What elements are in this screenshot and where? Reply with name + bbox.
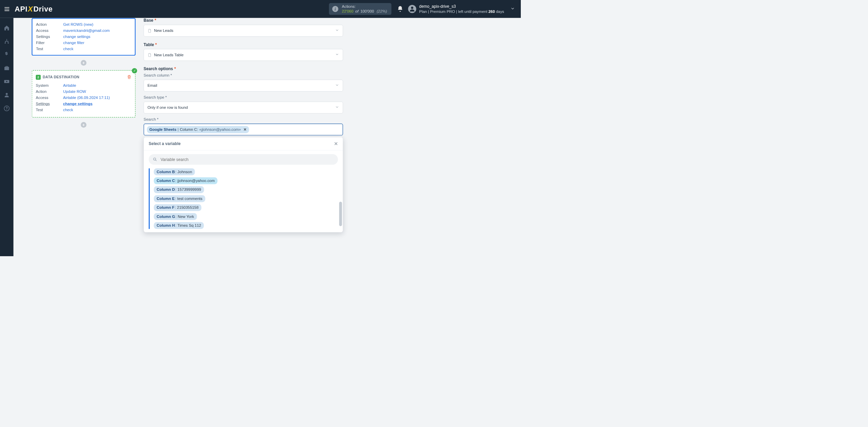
chevron-down-icon xyxy=(335,105,339,110)
source-card: ActionGet ROWS (new) Accessmaverickandri… xyxy=(32,18,136,55)
src-action-k: Action xyxy=(36,22,58,27)
variable-chip[interactable]: Column H: Times Sq 112 xyxy=(154,222,204,229)
search-input[interactable]: Google Sheets | Column C: «jjohnson@yaho… xyxy=(144,124,343,136)
variable-chip-val: : Times Sq 112 xyxy=(175,223,201,228)
plus-icon: + xyxy=(81,122,86,128)
variable-chip-val: : test comments xyxy=(175,197,202,201)
base-select[interactable]: New Leads xyxy=(144,25,343,37)
variable-chip-val: : jjohnson@yahoo.com xyxy=(175,179,215,183)
variable-chip[interactable]: Column G: New York xyxy=(154,213,197,220)
dest-system-link[interactable]: Airtable xyxy=(63,83,76,88)
logo-drive: Drive xyxy=(33,5,53,13)
rail-account[interactable] xyxy=(0,88,14,102)
src-filter-k: Filter xyxy=(36,41,58,45)
search-icon xyxy=(153,157,157,162)
dest-action-k: Action xyxy=(36,89,58,94)
base-label: Base* xyxy=(144,18,343,23)
user-menu[interactable]: demo_apix-drive_s3 Plan | Premium PRO | … xyxy=(419,4,504,14)
variable-list: Column B: JohnsonColumn C: jjohnson@yaho… xyxy=(154,168,339,229)
document-icon xyxy=(147,53,152,57)
variable-chip[interactable]: Column E: test comments xyxy=(154,195,205,202)
variable-chip-val: : New York xyxy=(176,214,194,219)
variable-chip-col: Column D xyxy=(157,187,175,192)
variable-chip-col: Column H xyxy=(157,223,175,228)
dest-test-k: Test xyxy=(36,108,58,112)
table-select[interactable]: New Leads Table xyxy=(144,49,343,61)
chevron-down-icon[interactable] xyxy=(504,6,515,12)
actions-used: 22'060 xyxy=(342,9,353,13)
variable-dropdown: Select a variable ✕ Column B: JohnsonCol… xyxy=(144,137,343,232)
hamburger-icon xyxy=(4,9,9,9)
variable-chip-col: Column F xyxy=(157,205,175,210)
src-access-link[interactable]: maverickandrii@gmail.com xyxy=(63,28,110,33)
variable-search[interactable] xyxy=(149,154,338,165)
dropdown-scrollbar[interactable] xyxy=(339,171,342,226)
table-label: Table* xyxy=(144,42,343,47)
logo-x: X xyxy=(27,5,33,13)
search-token[interactable]: Google Sheets | Column C: «jjohnson@yaho… xyxy=(147,126,249,133)
rail-home[interactable] xyxy=(0,21,14,35)
rail-billing[interactable] xyxy=(0,48,14,62)
check-icon: ✓ xyxy=(132,68,137,74)
base-value: New Leads xyxy=(154,28,173,33)
rail-connections[interactable] xyxy=(0,35,14,48)
app-header: API X Drive i Actions: 22'060 of 100'000… xyxy=(0,0,521,18)
menu-button[interactable] xyxy=(3,5,11,13)
rail-help[interactable] xyxy=(0,102,14,115)
dest-access-link[interactable]: Airtable (06.09.2024 17:11) xyxy=(63,96,110,100)
svg-point-1 xyxy=(6,93,8,95)
step-badge: 2 xyxy=(36,75,41,80)
search-column-label: Search column * xyxy=(144,73,343,78)
search-type-value: Only if one row is found xyxy=(147,105,188,110)
variable-chip[interactable]: Column B: Johnson xyxy=(154,168,195,175)
search-column-select[interactable]: Email xyxy=(144,80,343,92)
rail-briefcase[interactable] xyxy=(0,61,14,75)
dest-access-k: Access xyxy=(36,96,58,100)
user-plan: Plan | Premium PRO | left until payment … xyxy=(419,9,504,14)
search-options-label: Search options* xyxy=(144,66,343,71)
actions-counter[interactable]: i Actions: 22'060 of 100'000 (22%) xyxy=(329,3,392,15)
variable-search-input[interactable] xyxy=(160,157,334,162)
logo-api: API xyxy=(15,5,27,13)
notifications-button[interactable] xyxy=(397,5,403,12)
dropdown-title: Select a variable xyxy=(149,141,181,146)
add-step-bottom[interactable]: + xyxy=(32,122,136,128)
close-icon[interactable]: ✕ xyxy=(334,141,338,147)
dest-settings-link[interactable]: change settings xyxy=(63,102,93,106)
src-test-link[interactable]: check xyxy=(63,47,74,51)
user-name: demo_apix-drive_s3 xyxy=(419,4,504,9)
variable-chip[interactable]: Column C: jjohnson@yahoo.com xyxy=(154,177,218,184)
search-type-select[interactable]: Only if one row is found xyxy=(144,102,343,114)
dest-title: DATA DESTINATION xyxy=(43,75,79,79)
avatar[interactable] xyxy=(408,5,416,13)
chevron-down-icon xyxy=(335,28,339,33)
chevron-down-icon xyxy=(335,83,339,88)
dest-settings-k: Settings xyxy=(36,102,58,106)
actions-of: of xyxy=(355,9,359,13)
delete-destination-button[interactable] xyxy=(127,75,131,80)
src-filter-link[interactable]: change filter xyxy=(63,41,84,45)
svg-point-3 xyxy=(6,109,7,110)
src-action-link[interactable]: Get ROWS (new) xyxy=(63,22,94,27)
document-icon xyxy=(147,29,152,33)
add-step-top[interactable]: + xyxy=(32,60,136,66)
actions-numbers: 22'060 of 100'000 (22%) xyxy=(342,9,387,14)
variable-chip-col: Column G xyxy=(157,214,175,219)
dest-action-link[interactable]: Update ROW xyxy=(63,89,86,94)
actions-total: 100'000 xyxy=(360,9,374,13)
svg-point-0 xyxy=(411,7,413,9)
brand-logo[interactable]: API X Drive xyxy=(15,5,53,13)
token-sep: | xyxy=(178,127,179,132)
variable-chip[interactable]: Column F: 2150355158 xyxy=(154,204,201,211)
token-remove[interactable]: ✕ xyxy=(243,127,247,132)
rail-youtube[interactable] xyxy=(0,75,14,88)
variable-chip[interactable]: Column D: 15739999999 xyxy=(154,186,204,193)
search-type-label: Search type * xyxy=(144,95,343,100)
scroll-thumb[interactable] xyxy=(339,202,342,226)
chevron-down-icon xyxy=(335,53,339,58)
src-settings-link[interactable]: change settings xyxy=(63,35,91,39)
token-value: «jjohnson@yahoo.com» xyxy=(199,127,241,132)
destination-card: ✓ 2 DATA DESTINATION SystemAirtable Acti… xyxy=(32,70,136,118)
dest-test-link[interactable]: check xyxy=(63,108,73,112)
search-label: Search * xyxy=(144,117,343,122)
